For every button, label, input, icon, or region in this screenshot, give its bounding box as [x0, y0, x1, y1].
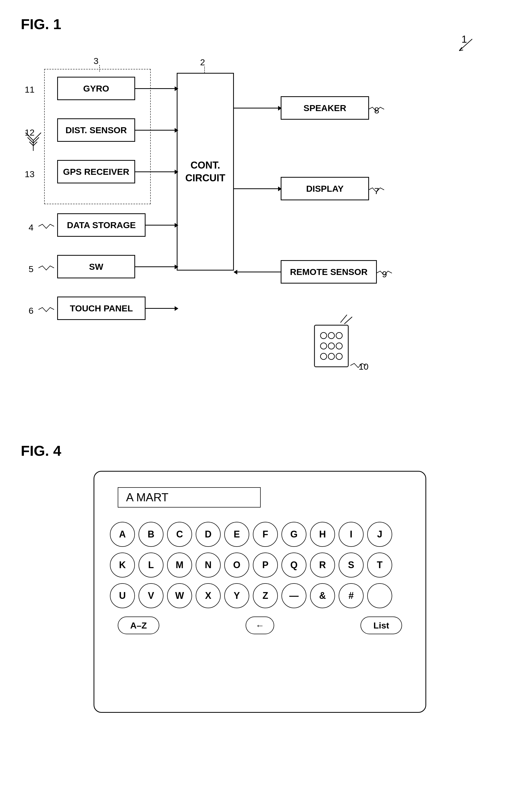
key-G[interactable]: G	[282, 522, 306, 547]
ref-8-zigzag	[368, 107, 388, 112]
key-T[interactable]: T	[367, 552, 392, 577]
keyboard-bottom-row: A–Z ← List	[110, 617, 410, 634]
display-box: DISPLAY	[281, 177, 369, 200]
ref-2-label: 2	[200, 57, 205, 67]
dist-sensor-box: DIST. SENSOR	[57, 118, 135, 142]
key-L[interactable]: L	[138, 552, 164, 577]
arrow-sw	[135, 267, 178, 267]
svg-point-18	[336, 343, 342, 349]
ref-13: 13	[25, 169, 35, 179]
fig4-input-box[interactable]: A MART	[118, 487, 261, 508]
key-C[interactable]: C	[167, 522, 192, 547]
svg-point-15	[336, 332, 342, 339]
fig4-input-row: A MART	[110, 487, 410, 508]
ref-5: 5	[28, 264, 34, 274]
svg-point-16	[320, 343, 327, 349]
ref-11: 11	[25, 85, 35, 95]
key-U[interactable]: U	[110, 583, 135, 608]
key-K[interactable]: K	[110, 552, 135, 577]
ref-4-zigzag	[38, 224, 58, 229]
key-V[interactable]: V	[138, 583, 164, 608]
arrow-dist	[135, 130, 178, 131]
arrow-speaker	[234, 108, 282, 109]
svg-line-22	[340, 315, 347, 323]
arrow-remote	[234, 272, 282, 272]
remote-sensor-box: REMOTE SENSOR	[281, 260, 377, 283]
svg-line-9	[33, 137, 39, 143]
ref-6-zigzag	[38, 307, 58, 312]
keyboard-row-1: A B C D E F G H I J	[110, 522, 410, 547]
cont-circuit-box: CONT.CIRCUIT	[177, 73, 234, 271]
arrow-storage	[146, 225, 178, 225]
key-ampersand[interactable]: &	[310, 583, 335, 608]
ref-5-zigzag	[38, 265, 58, 271]
ref-12: 12	[25, 127, 35, 137]
sw-box: SW	[57, 255, 135, 278]
key-X[interactable]: X	[196, 583, 221, 608]
key-E[interactable]: E	[224, 522, 249, 547]
svg-point-13	[320, 332, 327, 339]
key-dash[interactable]: —	[282, 583, 306, 608]
svg-point-19	[320, 353, 327, 360]
key-hash[interactable]: #	[339, 583, 364, 608]
key-D[interactable]: D	[196, 522, 221, 547]
arrow-gyro	[135, 88, 178, 89]
arrow-display	[234, 188, 282, 189]
speaker-box: SPEAKER	[281, 96, 369, 120]
key-S[interactable]: S	[339, 552, 364, 577]
keyboard-row-2: K L M N O P Q R S T	[110, 552, 410, 577]
key-F[interactable]: F	[253, 522, 278, 547]
key-B[interactable]: B	[138, 522, 164, 547]
gps-box: GPS RECEIVER	[57, 160, 135, 183]
svg-point-20	[328, 353, 335, 360]
keyboard-row-3: U V W X Y Z — & #	[110, 583, 410, 608]
key-W[interactable]: W	[167, 583, 192, 608]
key-Q[interactable]: Q	[282, 552, 306, 577]
svg-line-0	[459, 39, 472, 51]
ref-9-zigzag	[376, 271, 396, 276]
key-M[interactable]: M	[167, 552, 192, 577]
key-az-button[interactable]: A–Z	[118, 617, 159, 634]
ref-6: 6	[28, 306, 34, 316]
key-A[interactable]: A	[110, 522, 135, 547]
svg-point-17	[328, 343, 335, 349]
key-Z[interactable]: Z	[253, 583, 278, 608]
key-H[interactable]: H	[310, 522, 335, 547]
fig1-title: FIG. 1	[21, 16, 61, 33]
data-storage-box: DATA STORAGE	[57, 213, 146, 237]
key-O[interactable]: O	[224, 552, 249, 577]
ref-1-arrow	[449, 36, 480, 57]
svg-line-23	[344, 317, 352, 324]
arrow-gps	[135, 171, 178, 172]
ref-3-label: 3	[94, 56, 98, 66]
key-R[interactable]: R	[310, 552, 335, 577]
key-empty[interactable]	[367, 583, 392, 608]
key-N[interactable]: N	[196, 552, 221, 577]
svg-rect-12	[315, 325, 348, 367]
key-P[interactable]: P	[253, 552, 278, 577]
ref-7-zigzag	[368, 187, 388, 192]
gyro-box: GYRO	[57, 77, 135, 100]
keyboard-area: A B C D E F G H I J K L M N O P Q R S T …	[110, 522, 410, 634]
key-list-button[interactable]: List	[360, 617, 402, 634]
arrow-touch	[146, 308, 178, 309]
key-Y[interactable]: Y	[224, 583, 249, 608]
touch-panel-box: TOUCH PANEL	[57, 297, 146, 320]
fig4-panel: A MART A B C D E F G H I J K L M N O P Q…	[94, 471, 426, 713]
key-J[interactable]: J	[367, 522, 392, 547]
key-backspace-button[interactable]: ←	[246, 617, 274, 634]
svg-point-14	[328, 332, 335, 339]
ref-4: 4	[28, 222, 34, 233]
fig4-title: FIG. 4	[21, 442, 61, 459]
svg-point-21	[336, 353, 342, 360]
key-I[interactable]: I	[339, 522, 364, 547]
svg-line-8	[27, 137, 33, 143]
ref-10-zigzag	[350, 363, 370, 368]
